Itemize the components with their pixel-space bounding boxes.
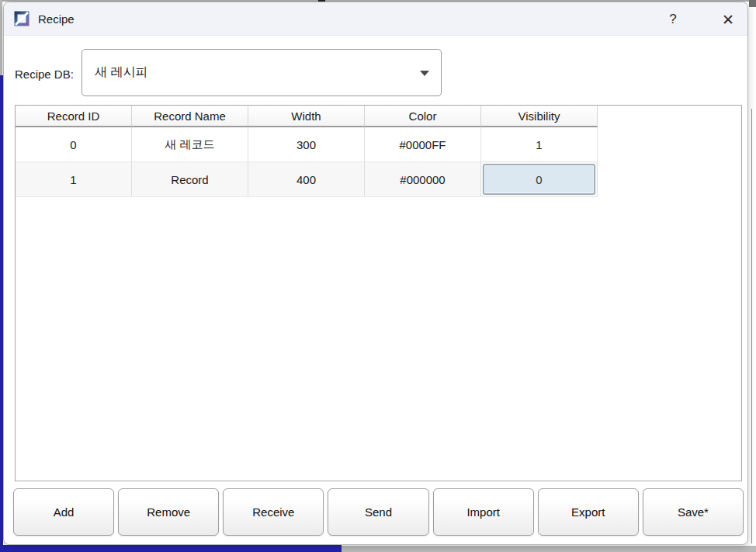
cell-record-id[interactable]: 1: [16, 162, 132, 197]
recipe-db-combobox[interactable]: 새 레시피: [81, 49, 442, 96]
recipe-db-label: Recipe DB:: [15, 68, 74, 81]
close-button[interactable]: ✕: [713, 8, 743, 31]
window-title: Recipe: [38, 12, 75, 26]
background-left-edge: [0, 0, 2, 75]
recipe-db-selected-value: 새 레시피: [95, 64, 147, 81]
receive-button[interactable]: Receive: [223, 488, 324, 536]
cell-width[interactable]: 400: [248, 162, 365, 197]
cell-record-name[interactable]: Record: [132, 162, 248, 197]
table-row: 1 Record 400 #000000 0: [16, 162, 741, 197]
send-button[interactable]: Send: [328, 488, 428, 536]
save-button[interactable]: Save*: [643, 488, 744, 536]
cell-color[interactable]: #000000: [365, 162, 481, 197]
cell-visibility[interactable]: 1: [481, 127, 598, 162]
add-button[interactable]: Add: [13, 488, 114, 536]
background-top-right-corner: [749, 0, 756, 7]
column-header-record-name[interactable]: Record Name: [132, 106, 248, 127]
app-icon: [13, 10, 30, 27]
help-icon: ?: [669, 12, 676, 27]
background-right-edge: [751, 109, 752, 543]
import-button[interactable]: Import: [433, 488, 534, 536]
cell-visibility-selected[interactable]: 0: [481, 162, 598, 197]
visibility-cell-editor[interactable]: 0: [483, 164, 595, 195]
chevron-down-icon: [420, 71, 429, 76]
cell-record-id[interactable]: 0: [16, 127, 132, 162]
background-bottom-accent-edge: [0, 545, 342, 552]
remove-button[interactable]: Remove: [118, 488, 219, 536]
cell-color[interactable]: #0000FF: [365, 127, 481, 162]
help-button[interactable]: ?: [658, 8, 688, 31]
column-header-width[interactable]: Width: [248, 106, 365, 127]
background-bottom-edge: [342, 546, 756, 552]
table-row: 0 새 레코드 300 #0000FF 1: [16, 127, 741, 162]
column-header-record-id[interactable]: Record ID: [16, 106, 132, 127]
recipe-dialog: Recipe ? ✕ Recipe DB: 새 레시피 Record ID Re…: [3, 2, 748, 545]
record-table: Record ID Record Name Width Color Visibi…: [15, 105, 742, 481]
title-bar[interactable]: Recipe ? ✕: [4, 2, 747, 36]
export-button[interactable]: Export: [538, 488, 639, 536]
close-icon: ✕: [722, 11, 734, 29]
action-button-row: Add Remove Receive Send Import Export Sa…: [13, 488, 744, 536]
column-header-visibility[interactable]: Visibility: [481, 106, 598, 127]
table-header-row: Record ID Record Name Width Color Visibi…: [16, 106, 741, 127]
column-header-color[interactable]: Color: [365, 106, 481, 127]
cell-record-name[interactable]: 새 레코드: [132, 127, 248, 162]
cell-width[interactable]: 300: [248, 127, 365, 162]
